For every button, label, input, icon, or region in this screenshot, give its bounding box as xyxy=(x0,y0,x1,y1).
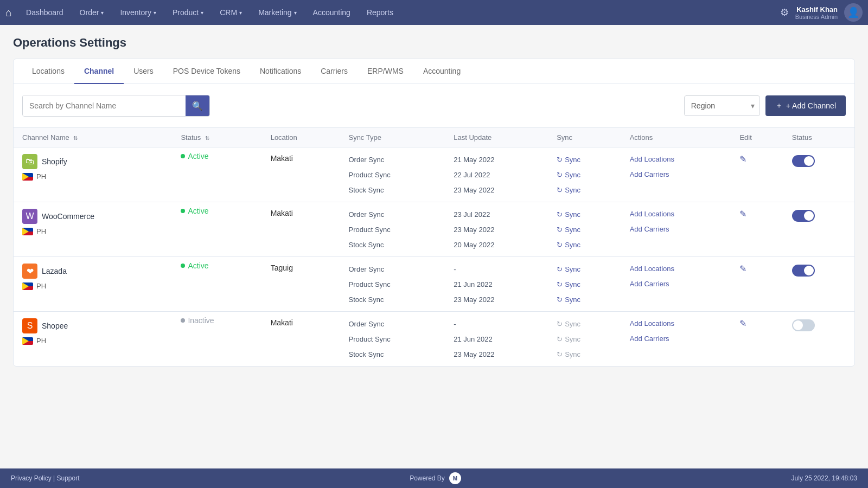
tab-locations[interactable]: Locations xyxy=(22,59,74,84)
edit-button[interactable]: ✎ xyxy=(739,264,746,274)
sync-button[interactable]: ↻ Sync xyxy=(557,186,580,194)
edit-cell[interactable]: ✎ xyxy=(731,147,783,202)
col-header-status: Status ⇅ xyxy=(172,128,261,147)
edit-button[interactable]: ✎ xyxy=(739,154,746,164)
add-locations-link[interactable]: Add Locations xyxy=(630,261,723,277)
tab-users[interactable]: Users xyxy=(124,59,163,84)
table-row: S Shopee PH Inactive Makati Order SyncPr… xyxy=(14,312,854,367)
add-carriers-link[interactable]: Add Carriers xyxy=(630,167,723,182)
settings-icon[interactable]: ⚙ xyxy=(780,7,789,18)
nav-accounting[interactable]: Accounting xyxy=(305,0,358,25)
home-icon[interactable]: ⌂ xyxy=(5,7,12,19)
status-toggle[interactable] xyxy=(792,265,815,277)
channel-name-cell: 🛍 Shopify PH xyxy=(14,147,172,202)
sort-icon-channel[interactable]: ⇅ xyxy=(73,135,78,141)
ph-flag-icon xyxy=(22,173,33,181)
sync-button-row[interactable]: ↻ Sync xyxy=(557,152,612,167)
add-carriers-link[interactable]: Add Carriers xyxy=(630,331,723,346)
col-header-edit: Edit xyxy=(731,128,783,147)
actions-cell[interactable]: Add Locations Add Carriers xyxy=(621,147,731,202)
channel-icon: S xyxy=(22,318,37,333)
add-locations-link[interactable]: Add Locations xyxy=(630,152,723,167)
status-label: Active xyxy=(188,207,208,215)
toggle-cell[interactable] xyxy=(783,202,854,257)
crm-arrow: ▾ xyxy=(239,10,242,16)
sync-button[interactable]: ↻ Sync xyxy=(557,210,580,219)
toggle-cell[interactable] xyxy=(783,147,854,202)
search-button[interactable]: 🔍 xyxy=(186,95,209,116)
sync-cell[interactable]: ↻ Sync ↻ Sync ↻ Sync xyxy=(548,257,621,312)
sync-button[interactable]: ↻ Sync xyxy=(557,265,580,273)
nav-dashboard[interactable]: Dashboard xyxy=(18,0,71,25)
channel-country: PH xyxy=(36,172,46,181)
tab-notifications[interactable]: Notifications xyxy=(250,59,311,84)
add-channel-button[interactable]: ＋ + Add Channel xyxy=(765,95,846,116)
tab-carriers[interactable]: Carriers xyxy=(311,59,358,84)
nav-inventory[interactable]: Inventory ▾ xyxy=(112,0,164,25)
sync-button[interactable]: ↻ Sync xyxy=(557,296,580,304)
sync-button-row[interactable]: ↻ Sync xyxy=(557,261,612,277)
sync-refresh-icon: ↻ xyxy=(557,350,563,358)
tab-erp-wms[interactable]: ERP/WMS xyxy=(358,59,413,84)
add-locations-link[interactable]: Add Locations xyxy=(630,316,723,331)
sync-type-row: Stock Sync xyxy=(348,182,436,197)
sync-button[interactable]: ↻ Sync xyxy=(557,280,580,288)
sync-button[interactable]: ↻ Sync xyxy=(557,156,580,164)
actions-cell[interactable]: Add Locations Add Carriers xyxy=(621,257,731,312)
toggle-cell[interactable] xyxy=(783,312,854,367)
sync-cell[interactable]: ↻ Sync ↻ Sync ↻ Sync xyxy=(548,202,621,257)
sync-button-row[interactable]: ↻ Sync xyxy=(557,167,612,182)
nav-reports[interactable]: Reports xyxy=(359,0,401,25)
sync-button-row[interactable]: ↻ Sync xyxy=(557,182,612,197)
status-dot-icon xyxy=(181,264,185,268)
sync-refresh-icon: ↻ xyxy=(557,226,563,234)
nav-product[interactable]: Product ▾ xyxy=(165,0,211,25)
col-header-sync: Sync xyxy=(548,128,621,147)
add-carriers-link[interactable]: Add Carriers xyxy=(630,277,723,292)
toggle-cell[interactable] xyxy=(783,257,854,312)
sync-button[interactable]: ↻ Sync xyxy=(557,241,580,249)
channel-name-label: Shopee xyxy=(42,322,68,330)
avatar[interactable]: 👤 xyxy=(844,3,863,22)
nav-crm[interactable]: CRM ▾ xyxy=(212,0,250,25)
sync-button-row[interactable]: ↻ Sync xyxy=(557,237,612,252)
sort-icon-status[interactable]: ⇅ xyxy=(205,135,209,141)
location-cell: Makati xyxy=(262,202,340,257)
sync-button-row[interactable]: ↻ Sync xyxy=(557,277,612,292)
sync-button[interactable]: ↻ Sync xyxy=(557,226,580,234)
sync-button[interactable]: ↻ Sync xyxy=(557,171,580,179)
nav-marketing[interactable]: Marketing ▾ xyxy=(251,0,304,25)
sync-cell[interactable]: ↻ Sync ↻ Sync ↻ Sync xyxy=(548,147,621,202)
add-carriers-link[interactable]: Add Carriers xyxy=(630,222,723,237)
channel-country: PH xyxy=(36,282,46,290)
status-toggle[interactable] xyxy=(792,210,815,222)
status-toggle[interactable] xyxy=(792,319,815,331)
channel-name-label: Lazada xyxy=(42,267,67,275)
actions-cell[interactable]: Add Locations Add Carriers xyxy=(621,312,731,367)
region-select[interactable]: Region xyxy=(684,95,760,116)
channel-flag: PH xyxy=(22,227,163,235)
edit-cell[interactable]: ✎ xyxy=(731,312,783,367)
status-toggle[interactable] xyxy=(792,155,815,167)
tab-accounting[interactable]: Accounting xyxy=(413,59,470,84)
edit-cell[interactable]: ✎ xyxy=(731,257,783,312)
sync-button-row[interactable]: ↻ Sync xyxy=(557,292,612,307)
nav-order[interactable]: Order ▾ xyxy=(72,0,112,25)
sync-type-row: Order Sync xyxy=(348,261,436,277)
edit-button[interactable]: ✎ xyxy=(739,209,746,219)
sync-button-row[interactable]: ↻ Sync xyxy=(557,222,612,237)
sync-type-row: Stock Sync xyxy=(348,237,436,252)
ph-flag-icon xyxy=(22,337,33,345)
search-input[interactable] xyxy=(23,95,186,116)
actions-cell[interactable]: Add Locations Add Carriers xyxy=(621,202,731,257)
tab-channel[interactable]: Channel xyxy=(74,59,124,84)
tab-pos-device-tokens[interactable]: POS Device Tokens xyxy=(163,59,250,84)
edit-cell[interactable]: ✎ xyxy=(731,202,783,257)
edit-button[interactable]: ✎ xyxy=(739,318,746,329)
channel-name-label: WooCommerce xyxy=(42,212,94,221)
sync-refresh-icon: ↻ xyxy=(557,296,563,304)
last-update-row: 21 Jun 2022 xyxy=(454,277,539,292)
sync-button-row[interactable]: ↻ Sync xyxy=(557,207,612,222)
add-locations-link[interactable]: Add Locations xyxy=(630,207,723,222)
sync-type-cell: Order SyncProduct SyncStock Sync xyxy=(340,257,445,312)
